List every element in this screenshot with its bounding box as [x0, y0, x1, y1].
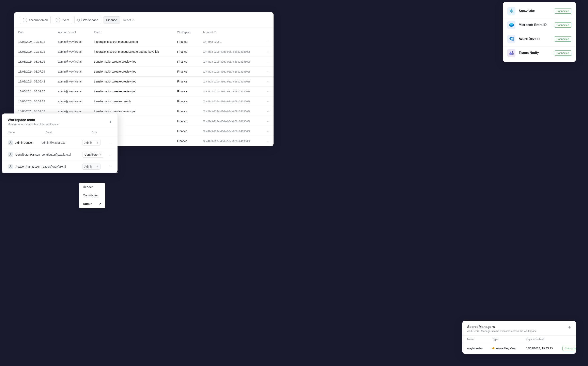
active-filter-badge: Finance	[103, 16, 120, 23]
row-more-btn[interactable]: ···	[263, 37, 273, 47]
dropdown-admin-label: Admin	[83, 202, 92, 206]
col-keys-refreshed: Keys refreshed	[521, 336, 558, 343]
integration-snowflake: Snowflake Connected	[503, 4, 576, 18]
plus-icon: +	[56, 18, 60, 22]
account-email-filter-btn[interactable]: + Account email	[20, 16, 51, 24]
cell-date: 18/03/2024, 19:35:22	[14, 47, 54, 57]
row-more-btn[interactable]: ···	[263, 57, 273, 67]
secret-row: wayfare-dev Azure Key Vault 18/03/2024, …	[462, 343, 576, 354]
role-select[interactable]: Admin ⇅	[82, 164, 100, 170]
integration-azure: Azure Devops Connected	[503, 32, 576, 46]
azure-status: Connected	[554, 37, 571, 42]
snowflake-status: Connected	[554, 8, 571, 14]
secret-managers-panel: Secret Managers Add Secret Managers to b…	[462, 321, 576, 354]
member-more-btn[interactable]: ···	[109, 141, 112, 145]
event-label: Event	[61, 18, 69, 22]
col-event: Event	[90, 28, 173, 37]
table-row: 18/03/2024, 08:02:25 admin@wayfare.ai tr…	[14, 86, 273, 97]
role-select[interactable]: Contributor ⇅	[82, 152, 104, 158]
table-row: 18/03/2024, 08:08:26 admin@wayfare.ai tr…	[14, 57, 273, 67]
event-filter-btn[interactable]: + Event	[53, 16, 72, 24]
row-more-btn[interactable]: ···	[263, 76, 273, 86]
cell-date: 18/03/2024, 08:02:13	[14, 97, 54, 107]
role-value: Contributor	[84, 153, 98, 156]
team-member-row: Contributor Hansen contributor@wayfare.a…	[2, 149, 118, 161]
cell-event: integrations.secret-manager.create-updat…	[90, 47, 173, 57]
row-more-btn[interactable]: ···	[263, 126, 273, 136]
cell-accountid: 02f44fa3-929e-48da-93af-658b2413603f	[199, 136, 263, 146]
cell-workspace: Finance	[173, 107, 199, 116]
cell-event: integrations.secret-manager.create	[90, 37, 173, 47]
svg-point-4	[513, 12, 513, 12]
svg-point-3	[510, 10, 510, 10]
reset-btn[interactable]: Reset ✕	[123, 18, 135, 22]
workspace-filter-btn[interactable]: + Workspace	[74, 16, 101, 24]
member-more-btn[interactable]: ···	[109, 165, 112, 169]
workspace-label: Workspace	[83, 18, 98, 22]
snowflake-name: Snowflake	[519, 9, 551, 13]
cell-accountid: 02f44fa3-929e-48da-93af-658b2413603f	[199, 67, 263, 76]
teams-logo	[507, 49, 515, 57]
cell-workspace: Finance	[173, 37, 199, 47]
row-more-btn[interactable]: ···	[263, 136, 273, 146]
row-more-btn[interactable]: ···	[263, 116, 273, 126]
svg-point-10	[510, 52, 511, 53]
member-more-btn[interactable]: ···	[109, 152, 112, 157]
cell-email: admin@wayfare.ai	[54, 76, 90, 86]
teams-status: Connected	[554, 50, 571, 55]
secret-type-label: Azure Key Vault	[496, 347, 516, 350]
cell-accountid: 02f44fa3-929e-48da-93af-658b2413603f	[199, 126, 263, 136]
dropdown-reader-label: Reader	[83, 185, 93, 189]
add-secret-button[interactable]: +	[568, 325, 571, 330]
row-more-btn[interactable]: ···	[263, 67, 273, 76]
chevron-icon: ⇅	[100, 153, 102, 156]
cell-accountid: 02f44fa3-929e-48da-93af-658b2413603f	[199, 57, 263, 67]
dropdown-admin[interactable]: Admin ✓	[79, 199, 105, 208]
role-select[interactable]: Admin ⇅	[82, 140, 100, 146]
workspace-panel-subtitle: Manage who is a member of the workspace	[8, 123, 59, 126]
cell-date: 18/03/2024, 08:07:29	[14, 67, 54, 76]
filter-bar: + Account email + Event + Workspace Fina…	[14, 12, 273, 28]
chevron-icon: ⇅	[96, 165, 98, 168]
dropdown-contributor[interactable]: Contributor	[79, 191, 105, 199]
cell-accountid: 02f44fa3-929e-48da-93af-658b2413603f	[199, 47, 263, 57]
secret-managers-subtitle: Add Secret Managers to be available acro…	[467, 329, 537, 333]
row-more-btn[interactable]: ···	[263, 97, 273, 107]
table-row: 18/03/2024, 08:06:42 admin@wayfare.ai tr…	[14, 76, 273, 86]
entra-status: Connected	[554, 23, 571, 28]
cell-email: admin@wayfare.ai	[54, 37, 90, 47]
cell-accountid: 02f44fa3-929e-48da-93af-658b2413603f	[199, 97, 263, 107]
secret-managers-header: Secret Managers Add Secret Managers to b…	[462, 321, 576, 336]
cell-workspace: Finance	[173, 126, 199, 136]
member-name: Reader Rasmussen	[15, 165, 42, 168]
row-more-btn[interactable]: ···	[263, 107, 273, 116]
cell-email: admin@wayfare.ai	[54, 86, 90, 97]
dropdown-reader[interactable]: Reader	[79, 183, 105, 191]
integrations-panel: Snowflake Connected Microsoft Entra ID C…	[503, 2, 576, 62]
role-value: Admin	[84, 165, 93, 168]
azure-name: Azure Devops	[519, 37, 551, 41]
cell-workspace: Finance	[173, 67, 199, 76]
cell-workspace: Finance	[173, 136, 199, 146]
cell-workspace: Finance	[173, 76, 199, 86]
add-member-button[interactable]: +	[109, 119, 112, 124]
row-more-btn[interactable]: ···	[263, 86, 273, 97]
account-email-label: Account email	[29, 18, 48, 22]
svg-point-5	[510, 12, 510, 12]
integration-entra: Microsoft Entra ID Connected	[503, 18, 576, 32]
svg-point-1	[511, 9, 512, 9]
row-more-btn[interactable]: ···	[263, 47, 273, 57]
check-icon: ✓	[99, 202, 102, 206]
member-name: Admin Jensen	[15, 141, 42, 144]
svg-point-12	[10, 141, 11, 143]
cell-date: 18/03/2024, 19:35:22	[14, 37, 54, 47]
azure-logo	[507, 35, 515, 43]
plus-icon: +	[23, 18, 27, 22]
cell-workspace: Finance	[173, 47, 199, 57]
role-value: Admin	[84, 141, 93, 144]
member-email: contributor@wayfare.ai	[42, 153, 82, 156]
member-avatar	[8, 152, 13, 158]
cell-workspace: Finance	[173, 57, 199, 67]
entra-name: Microsoft Entra ID	[519, 23, 551, 27]
workspace-panel-title: Workspace team	[8, 118, 59, 122]
